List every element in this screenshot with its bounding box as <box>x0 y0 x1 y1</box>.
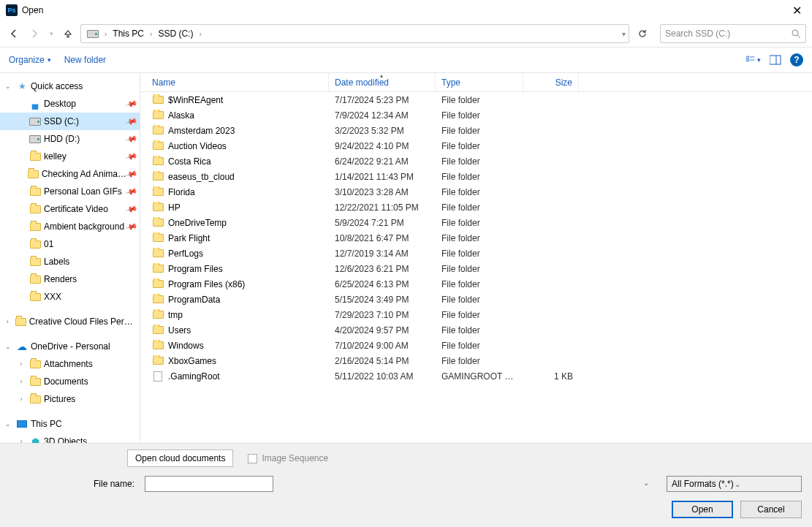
col-name[interactable]: Name▴ <box>140 73 329 91</box>
file-date: 3/10/2023 3:28 AM <box>329 187 436 197</box>
file-rows[interactable]: $WinREAgent7/17/2024 5:23 PMFile folderA… <box>140 92 812 443</box>
up-button[interactable] <box>60 26 76 42</box>
open-cloud-documents-button[interactable]: Open cloud documents <box>127 450 233 467</box>
close-button[interactable]: ✕ <box>788 4 806 18</box>
tree-item[interactable]: ⌄★Quick access <box>0 77 140 95</box>
crumb-ssd[interactable]: SSD (C:) <box>155 29 196 39</box>
tree-item[interactable]: HDD (D:)📌 <box>0 130 140 148</box>
twisty-icon[interactable]: › <box>3 318 12 325</box>
crumb-this-pc[interactable]: This PC <box>110 29 147 39</box>
checkbox-icon <box>248 454 257 463</box>
col-type[interactable]: Type <box>436 73 523 91</box>
tree-item[interactable]: ›Documents <box>0 373 140 390</box>
file-type: File folder <box>436 295 523 305</box>
folder-icon <box>152 355 164 367</box>
view-options-button[interactable]: ▾ <box>746 53 761 67</box>
tree-item[interactable]: Certificate Video📌 <box>0 200 140 218</box>
tree-item[interactable]: 01 <box>0 235 140 253</box>
file-row[interactable]: easeus_tb_cloud1/14/2021 11:43 PMFile fo… <box>140 169 812 184</box>
toolbar: Organize▾ New folder ▾ ? <box>0 47 812 73</box>
twisty-icon[interactable]: › <box>16 395 26 403</box>
file-date: 5/9/2024 7:21 PM <box>329 218 436 228</box>
tree-item[interactable]: ⌄This PC <box>0 415 140 433</box>
tree-item-label: Renders <box>44 274 77 284</box>
forward-button[interactable] <box>26 26 42 42</box>
folder-icon <box>29 186 41 197</box>
twisty-icon[interactable]: ⌄ <box>3 420 13 428</box>
twisty-icon[interactable]: › <box>16 360 26 368</box>
tree-item[interactable]: Labels <box>0 253 140 270</box>
tree-item[interactable]: ›⬢3D Objects <box>0 433 140 443</box>
file-date: 7/10/2024 9:00 AM <box>329 341 436 351</box>
file-row[interactable]: PerfLogs12/7/2019 3:14 AMFile folder <box>140 246 812 261</box>
file-date: 6/25/2024 6:13 PM <box>329 279 436 289</box>
refresh-button[interactable] <box>634 29 651 39</box>
tree-item[interactable]: ›Attachments <box>0 355 140 373</box>
file-row[interactable]: ProgramData5/15/2024 3:49 PMFile folder <box>140 292 812 307</box>
file-type: File folder <box>436 341 523 351</box>
file-name-input[interactable] <box>145 476 273 492</box>
file-row[interactable]: .GamingRoot5/11/2022 10:03 AMGAMINGROOT … <box>140 368 812 384</box>
file-format-dropdown[interactable]: All Formats (*.*)⌄ <box>667 476 802 492</box>
nav-tree[interactable]: ⌄★Quick access▄Desktop📌SSD (C:)📌HDD (D:)… <box>0 73 140 443</box>
tree-item[interactable]: XXX <box>0 288 140 306</box>
file-row[interactable]: HP12/22/2021 11:05 PMFile folder <box>140 200 812 215</box>
file-row[interactable]: $WinREAgent7/17/2024 5:23 PMFile folder <box>140 92 812 107</box>
tree-item[interactable]: kelley📌 <box>0 148 140 165</box>
tree-item[interactable]: ›Creative Cloud Files Personal <box>0 313 140 330</box>
col-size[interactable]: Size <box>523 73 579 91</box>
preview-pane-button[interactable] <box>768 53 783 67</box>
back-button[interactable] <box>6 26 22 42</box>
file-row[interactable]: Program Files (x86)6/25/2024 6:13 PMFile… <box>140 276 812 292</box>
pin-icon: 📌 <box>125 97 139 110</box>
file-row[interactable]: Windows7/10/2024 9:00 AMFile folder <box>140 338 812 353</box>
address-dropdown[interactable]: ▾ <box>622 30 626 38</box>
search-input[interactable]: Search SSD (C:) <box>660 24 806 43</box>
tree-item[interactable]: Personal Loan GIFs📌 <box>0 183 140 200</box>
search-placeholder: Search SSD (C:) <box>665 29 792 39</box>
folder-icon <box>29 291 41 303</box>
file-type: File folder <box>436 218 523 228</box>
file-type: File folder <box>436 249 523 259</box>
filename-dropdown-icon[interactable]: ⌄ <box>643 479 649 487</box>
file-name: PerfLogs <box>168 249 203 259</box>
file-row[interactable]: Program Files12/6/2023 6:21 PMFile folde… <box>140 261 812 276</box>
folder-icon <box>152 248 164 259</box>
tree-item[interactable]: Ambient background📌 <box>0 218 140 235</box>
file-type: File folder <box>436 264 523 274</box>
file-type: File folder <box>436 172 523 182</box>
pin-icon: 📌 <box>125 132 139 145</box>
file-row[interactable]: Amsterdam 20233/2/2023 5:32 PMFile folde… <box>140 123 812 138</box>
organize-button[interactable]: Organize▾ <box>9 55 51 65</box>
tree-item-label: Documents <box>44 376 88 387</box>
tree-item[interactable]: Checking Ad Animation📌 <box>0 165 140 183</box>
recent-dropdown[interactable]: ▾ <box>47 26 56 42</box>
folder-icon <box>152 202 164 213</box>
file-row[interactable]: Costa Rica6/24/2022 9:21 AMFile folder <box>140 153 812 169</box>
pin-icon: 📌 <box>125 167 139 181</box>
tree-item[interactable]: ▄Desktop📌 <box>0 95 140 113</box>
tree-item[interactable]: SSD (C:)📌 <box>0 113 140 130</box>
file-row[interactable]: Auction Videos9/24/2022 4:10 PMFile fold… <box>140 138 812 153</box>
tree-item[interactable]: ›Pictures <box>0 390 140 408</box>
twisty-icon[interactable]: ⌄ <box>3 343 13 350</box>
file-row[interactable]: Alaska7/9/2024 12:34 AMFile folder <box>140 107 812 123</box>
open-button[interactable]: Open <box>672 501 733 518</box>
twisty-icon[interactable]: › <box>16 378 26 385</box>
file-row[interactable]: Park Flight10/8/2021 6:47 PMFile folder <box>140 230 812 246</box>
file-row[interactable]: Users4/20/2024 9:57 PMFile folder <box>140 322 812 338</box>
twisty-icon[interactable]: ⌄ <box>3 83 13 90</box>
new-folder-button[interactable]: New folder <box>64 55 106 65</box>
tree-item[interactable]: ⌄☁OneDrive - Personal <box>0 338 140 355</box>
tree-item-label: OneDrive - Personal <box>31 341 110 352</box>
file-row[interactable]: XboxGames2/16/2024 5:14 PMFile folder <box>140 353 812 368</box>
file-row[interactable]: tmp7/29/2023 7:10 PMFile folder <box>140 307 812 322</box>
address-bar[interactable]: › This PC › SSD (C:) › ▾ <box>80 24 629 43</box>
file-row[interactable]: OneDriveTemp5/9/2024 7:21 PMFile folder <box>140 215 812 230</box>
cancel-button[interactable]: Cancel <box>740 501 802 518</box>
tree-item[interactable]: Renders <box>0 270 140 288</box>
help-button[interactable]: ? <box>790 53 803 67</box>
twisty-icon[interactable]: › <box>16 438 26 443</box>
image-sequence-checkbox[interactable]: Image Sequence <box>248 453 328 463</box>
file-row[interactable]: Florida3/10/2023 3:28 AMFile folder <box>140 184 812 200</box>
